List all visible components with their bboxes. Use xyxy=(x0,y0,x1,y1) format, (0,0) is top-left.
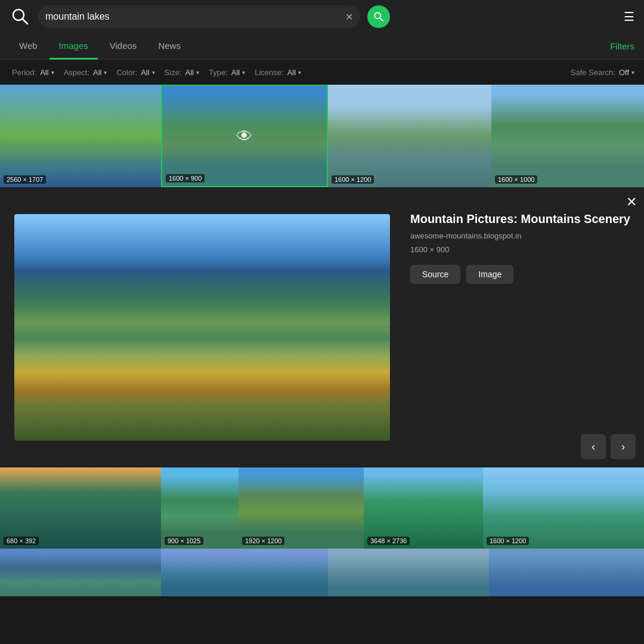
image-size-badge: 1600 × 1000 xyxy=(495,175,537,184)
detail-info: Mountain Pictures: Mountains Scenery awe… xyxy=(404,187,644,467)
close-button[interactable]: ✕ xyxy=(626,194,637,210)
filter-size-value: All xyxy=(185,68,194,77)
filter-period-label: Period: xyxy=(12,68,36,77)
image-button[interactable]: Image xyxy=(466,265,513,284)
filter-aspect-value: All xyxy=(93,68,101,77)
nav-bar: Web Images Videos News Filters xyxy=(0,33,644,60)
image-size-badge: 1920 × 1200 xyxy=(242,537,284,545)
chevron-down-icon: ▾ xyxy=(51,69,54,76)
filter-period[interactable]: Period: All ▾ xyxy=(10,67,57,78)
search-bar: ✕ xyxy=(38,5,360,28)
prev-arrow-button[interactable]: ‹ xyxy=(581,434,606,459)
nav-arrows: ‹ › xyxy=(581,434,636,459)
filter-type-value: All xyxy=(231,68,240,77)
grid-image-1[interactable]: 2560 × 1707 xyxy=(0,85,161,187)
filter-safe-search-value: Off xyxy=(619,68,629,77)
filter-safe-search-label: Safe Search: xyxy=(571,68,615,77)
chevron-down-icon: ▾ xyxy=(196,69,199,76)
image-size-badge: 3648 × 2736 xyxy=(367,537,410,545)
filter-color-label: Color: xyxy=(116,68,137,77)
search-input[interactable] xyxy=(45,11,340,22)
nav-videos[interactable]: Videos xyxy=(100,33,147,60)
detail-source-url: awesome-mountains.blogspot.in xyxy=(410,231,632,240)
filter-type-label: Type: xyxy=(209,68,228,77)
source-button[interactable]: Source xyxy=(410,265,460,284)
image-size-badge: 1600 × 1200 xyxy=(487,537,529,545)
header: ✕ ☰ xyxy=(0,0,644,33)
filter-bar: Period: All ▾ Aspect: All ▾ Color: All ▾… xyxy=(0,60,644,85)
grid-image-4[interactable]: 1600 × 1000 xyxy=(491,85,644,187)
filter-size-label: Size: xyxy=(165,68,182,77)
filter-color-value: All xyxy=(141,68,149,77)
chevron-down-icon: ▾ xyxy=(298,69,301,76)
next-arrow-button[interactable]: › xyxy=(611,434,636,459)
image-size-badge: 1600 × 1200 xyxy=(332,175,374,184)
menu-button[interactable]: ☰ xyxy=(624,10,634,24)
svg-line-3 xyxy=(380,18,383,21)
detail-dimensions: 1600 × 900 xyxy=(410,245,632,254)
bottom-image-3[interactable]: 1920 × 1200 xyxy=(239,467,364,549)
bottom-image-7[interactable] xyxy=(161,549,328,596)
detail-image-wrap xyxy=(0,187,404,467)
detail-panel: ✕ Mountain Pictures: Mountains Scenery a… xyxy=(0,187,644,467)
filter-license-value: All xyxy=(287,68,296,77)
image-size-badge: 2560 × 1707 xyxy=(4,175,46,184)
bottom-image-1[interactable]: 680 × 392 xyxy=(0,467,161,549)
bottom-image-5[interactable]: 1600 × 1200 xyxy=(483,467,644,549)
image-size-badge: 1600 × 900 xyxy=(166,174,205,182)
nav-images[interactable]: Images xyxy=(49,33,98,60)
logo-icon xyxy=(10,6,31,27)
search-submit-button[interactable] xyxy=(367,5,390,28)
grid-image-2[interactable]: 👁 1600 × 900 xyxy=(161,85,328,187)
chevron-down-icon: ▾ xyxy=(104,69,107,76)
chevron-down-icon: ▾ xyxy=(631,69,634,76)
grid-image-3[interactable]: 1600 × 1200 xyxy=(328,85,491,187)
nav-news[interactable]: News xyxy=(148,33,190,60)
image-size-badge: 680 × 392 xyxy=(4,537,39,545)
chevron-down-icon: ▾ xyxy=(242,69,245,76)
bottom-image-2[interactable]: 900 × 1025 xyxy=(161,467,239,549)
bottom-image-6[interactable] xyxy=(0,549,161,596)
bottom-grid-row2 xyxy=(0,549,644,596)
clear-button[interactable]: ✕ xyxy=(345,11,353,23)
chevron-down-icon: ▾ xyxy=(152,69,155,76)
bottom-image-9[interactable] xyxy=(489,549,644,596)
image-size-badge: 900 × 1025 xyxy=(165,537,203,545)
filters-button[interactable]: Filters xyxy=(610,41,634,51)
filter-period-value: All xyxy=(40,68,48,77)
detail-buttons: Source Image xyxy=(410,265,632,284)
filter-aspect[interactable]: Aspect: All ▾ xyxy=(61,67,110,78)
filter-size[interactable]: Size: All ▾ xyxy=(162,67,202,78)
filter-license[interactable]: License: All ▾ xyxy=(252,67,304,78)
filter-type[interactable]: Type: All ▾ xyxy=(206,67,247,78)
bottom-image-4[interactable]: 3648 × 2736 xyxy=(364,467,483,549)
bottom-grid-row1: 680 × 392 900 × 1025 1920 × 1200 3648 × … xyxy=(0,467,644,549)
detail-title: Mountain Pictures: Mountains Scenery xyxy=(410,211,632,227)
filter-license-label: License: xyxy=(255,68,283,77)
filter-color[interactable]: Color: All ▾ xyxy=(114,67,157,78)
svg-line-1 xyxy=(23,19,28,24)
filter-aspect-label: Aspect: xyxy=(64,68,89,77)
top-image-grid: 2560 × 1707 👁 1600 × 900 1600 × 1200 160… xyxy=(0,85,644,187)
nav-web[interactable]: Web xyxy=(10,33,47,60)
bottom-image-8[interactable] xyxy=(328,549,489,596)
detail-image xyxy=(14,214,390,441)
filter-safe-search[interactable]: Safe Search: Off ▾ xyxy=(571,68,634,77)
